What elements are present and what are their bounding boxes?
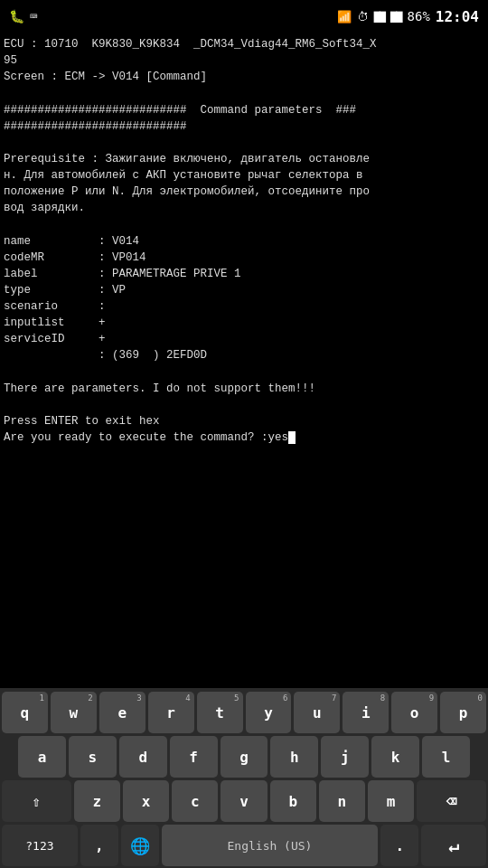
cursor xyxy=(288,431,296,444)
keyboard-row-3: ⇧ z x c v b n m ⌫ xyxy=(2,780,486,822)
signal-icon-2: ▇▇ xyxy=(390,10,401,23)
period-key[interactable]: . xyxy=(380,825,418,866)
space-key[interactable]: English (US) xyxy=(162,825,379,866)
keyboard-row-1: q1 w2 e3 r4 t5 y6 u7 i8 o9 p0 xyxy=(2,692,486,733)
key-l[interactable]: l xyxy=(422,736,470,778)
signal-icon-1: ▇▇ xyxy=(374,10,385,23)
key-p[interactable]: p0 xyxy=(440,692,486,733)
key-w[interactable]: w2 xyxy=(51,692,97,733)
key-f[interactable]: f xyxy=(170,736,218,778)
key-b[interactable]: b xyxy=(270,780,316,822)
num-sym-key[interactable]: ?123 xyxy=(2,825,78,866)
bluetooth-icon: 📶 xyxy=(337,10,352,24)
key-e[interactable]: e3 xyxy=(99,692,145,733)
key-n[interactable]: n xyxy=(319,780,365,822)
key-z[interactable]: z xyxy=(74,780,120,822)
status-time: 12:04 xyxy=(436,8,479,25)
terminal-output: ECU : 10710 K9K830_K9K834 _DCM34_Vdiag44… xyxy=(0,33,488,688)
key-s[interactable]: s xyxy=(69,736,117,778)
status-right-icons: 📶 ⏱ ▇▇ ▇▇ 86% 12:04 xyxy=(337,8,479,25)
backspace-key[interactable]: ⌫ xyxy=(417,780,486,822)
key-k[interactable]: k xyxy=(371,736,419,778)
key-t[interactable]: t5 xyxy=(197,692,243,733)
key-c[interactable]: c xyxy=(172,780,218,822)
key-r[interactable]: r4 xyxy=(148,692,194,733)
keyboard-row-4: ?123 , 🌐 English (US) . ↵ xyxy=(2,825,486,866)
status-left-icons: 🐛 ⌨ xyxy=(9,9,37,24)
key-h[interactable]: h xyxy=(270,736,318,778)
key-o[interactable]: o9 xyxy=(391,692,437,733)
key-u[interactable]: u7 xyxy=(294,692,340,733)
key-x[interactable]: x xyxy=(123,780,169,822)
key-a[interactable]: a xyxy=(18,736,66,778)
battery-level: 86% xyxy=(408,9,430,24)
key-y[interactable]: y6 xyxy=(246,692,292,733)
keyboard-icon: ⌨ xyxy=(30,9,37,24)
alarm-icon: ⏱ xyxy=(357,10,369,24)
key-m[interactable]: m xyxy=(368,780,414,822)
key-d[interactable]: d xyxy=(119,736,167,778)
key-j[interactable]: j xyxy=(321,736,369,778)
key-v[interactable]: v xyxy=(221,780,267,822)
key-g[interactable]: g xyxy=(221,736,268,778)
status-bar: 🐛 ⌨ 📶 ⏱ ▇▇ ▇▇ 86% 12:04 xyxy=(0,0,488,33)
comma-key[interactable]: , xyxy=(80,825,118,866)
keyboard: q1 w2 e3 r4 t5 y6 u7 i8 o9 p0 a s d f g … xyxy=(0,688,488,868)
android-icon: 🐛 xyxy=(9,9,24,24)
key-i[interactable]: i8 xyxy=(343,692,389,733)
enter-key[interactable]: ↵ xyxy=(421,825,486,866)
globe-key[interactable]: 🌐 xyxy=(121,825,159,866)
shift-key[interactable]: ⇧ xyxy=(2,780,71,822)
key-q[interactable]: q1 xyxy=(2,692,48,733)
keyboard-row-2: a s d f g h j k l xyxy=(2,736,486,778)
